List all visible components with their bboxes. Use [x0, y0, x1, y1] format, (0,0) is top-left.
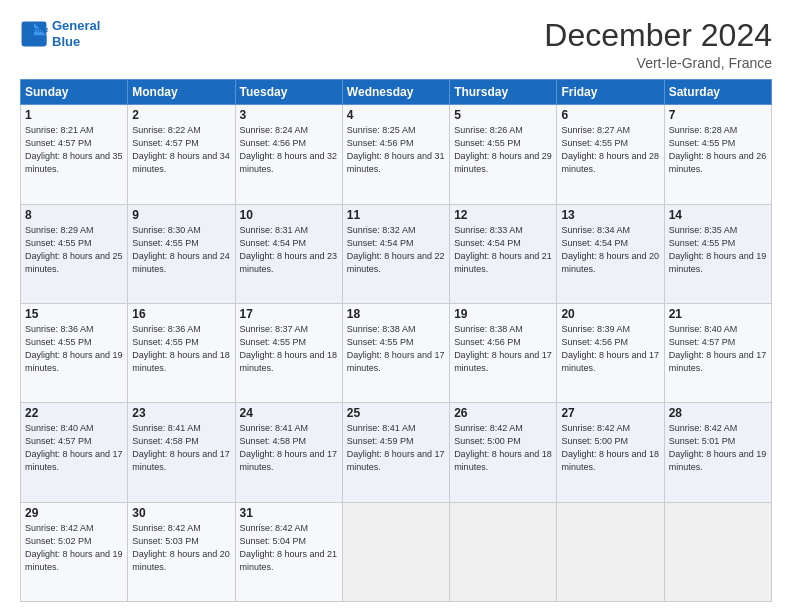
day-number: 8: [25, 208, 123, 222]
calendar-cell: 1Sunrise: 8:21 AMSunset: 4:57 PMDaylight…: [21, 105, 128, 204]
day-info: Sunrise: 8:33 AMSunset: 4:54 PMDaylight:…: [454, 224, 552, 276]
calendar-header-row: SundayMondayTuesdayWednesdayThursdayFrid…: [21, 80, 772, 105]
calendar-cell: 29Sunrise: 8:42 AMSunset: 5:02 PMDayligh…: [21, 502, 128, 601]
day-info: Sunrise: 8:21 AMSunset: 4:57 PMDaylight:…: [25, 124, 123, 176]
calendar-cell: 28Sunrise: 8:42 AMSunset: 5:01 PMDayligh…: [664, 403, 771, 502]
calendar-table: SundayMondayTuesdayWednesdayThursdayFrid…: [20, 79, 772, 602]
calendar-cell: 30Sunrise: 8:42 AMSunset: 5:03 PMDayligh…: [128, 502, 235, 601]
logo-icon: General Blue: [20, 20, 48, 48]
calendar-cell: 2Sunrise: 8:22 AMSunset: 4:57 PMDaylight…: [128, 105, 235, 204]
day-info: Sunrise: 8:42 AMSunset: 5:02 PMDaylight:…: [25, 522, 123, 574]
calendar-cell: 4Sunrise: 8:25 AMSunset: 4:56 PMDaylight…: [342, 105, 449, 204]
calendar-week-row: 8Sunrise: 8:29 AMSunset: 4:55 PMDaylight…: [21, 204, 772, 303]
calendar-cell: 5Sunrise: 8:26 AMSunset: 4:55 PMDaylight…: [450, 105, 557, 204]
day-info: Sunrise: 8:22 AMSunset: 4:57 PMDaylight:…: [132, 124, 230, 176]
day-number: 12: [454, 208, 552, 222]
day-info: Sunrise: 8:30 AMSunset: 4:55 PMDaylight:…: [132, 224, 230, 276]
calendar-cell: 16Sunrise: 8:36 AMSunset: 4:55 PMDayligh…: [128, 303, 235, 402]
day-number: 31: [240, 506, 338, 520]
day-info: Sunrise: 8:34 AMSunset: 4:54 PMDaylight:…: [561, 224, 659, 276]
calendar-cell: 8Sunrise: 8:29 AMSunset: 4:55 PMDaylight…: [21, 204, 128, 303]
day-info: Sunrise: 8:42 AMSunset: 5:00 PMDaylight:…: [454, 422, 552, 474]
calendar-cell: 21Sunrise: 8:40 AMSunset: 4:57 PMDayligh…: [664, 303, 771, 402]
day-number: 25: [347, 406, 445, 420]
calendar-cell: 13Sunrise: 8:34 AMSunset: 4:54 PMDayligh…: [557, 204, 664, 303]
calendar-cell: 7Sunrise: 8:28 AMSunset: 4:55 PMDaylight…: [664, 105, 771, 204]
calendar-cell: 14Sunrise: 8:35 AMSunset: 4:55 PMDayligh…: [664, 204, 771, 303]
day-info: Sunrise: 8:38 AMSunset: 4:56 PMDaylight:…: [454, 323, 552, 375]
logo: General Blue General Blue: [20, 18, 100, 49]
calendar-week-row: 22Sunrise: 8:40 AMSunset: 4:57 PMDayligh…: [21, 403, 772, 502]
day-number: 28: [669, 406, 767, 420]
day-number: 26: [454, 406, 552, 420]
day-info: Sunrise: 8:28 AMSunset: 4:55 PMDaylight:…: [669, 124, 767, 176]
col-header-tuesday: Tuesday: [235, 80, 342, 105]
col-header-thursday: Thursday: [450, 80, 557, 105]
calendar-cell: 27Sunrise: 8:42 AMSunset: 5:00 PMDayligh…: [557, 403, 664, 502]
calendar-cell: 15Sunrise: 8:36 AMSunset: 4:55 PMDayligh…: [21, 303, 128, 402]
day-info: Sunrise: 8:24 AMSunset: 4:56 PMDaylight:…: [240, 124, 338, 176]
day-number: 16: [132, 307, 230, 321]
day-number: 15: [25, 307, 123, 321]
day-number: 30: [132, 506, 230, 520]
calendar-week-row: 1Sunrise: 8:21 AMSunset: 4:57 PMDaylight…: [21, 105, 772, 204]
day-info: Sunrise: 8:27 AMSunset: 4:55 PMDaylight:…: [561, 124, 659, 176]
svg-text:General: General: [23, 25, 48, 34]
day-info: Sunrise: 8:40 AMSunset: 4:57 PMDaylight:…: [25, 422, 123, 474]
subtitle: Vert-le-Grand, France: [544, 55, 772, 71]
day-number: 23: [132, 406, 230, 420]
calendar-cell: [450, 502, 557, 601]
calendar-cell: 12Sunrise: 8:33 AMSunset: 4:54 PMDayligh…: [450, 204, 557, 303]
calendar-cell: [664, 502, 771, 601]
day-info: Sunrise: 8:32 AMSunset: 4:54 PMDaylight:…: [347, 224, 445, 276]
day-number: 7: [669, 108, 767, 122]
day-number: 24: [240, 406, 338, 420]
day-number: 14: [669, 208, 767, 222]
day-number: 9: [132, 208, 230, 222]
day-number: 6: [561, 108, 659, 122]
day-number: 10: [240, 208, 338, 222]
day-number: 29: [25, 506, 123, 520]
day-number: 21: [669, 307, 767, 321]
day-number: 1: [25, 108, 123, 122]
calendar-cell: 20Sunrise: 8:39 AMSunset: 4:56 PMDayligh…: [557, 303, 664, 402]
calendar-week-row: 29Sunrise: 8:42 AMSunset: 5:02 PMDayligh…: [21, 502, 772, 601]
day-info: Sunrise: 8:39 AMSunset: 4:56 PMDaylight:…: [561, 323, 659, 375]
day-info: Sunrise: 8:26 AMSunset: 4:55 PMDaylight:…: [454, 124, 552, 176]
calendar-cell: 10Sunrise: 8:31 AMSunset: 4:54 PMDayligh…: [235, 204, 342, 303]
day-number: 11: [347, 208, 445, 222]
calendar-cell: [342, 502, 449, 601]
logo-general: General: [52, 18, 100, 34]
main-title: December 2024: [544, 18, 772, 53]
col-header-sunday: Sunday: [21, 80, 128, 105]
calendar-cell: 23Sunrise: 8:41 AMSunset: 4:58 PMDayligh…: [128, 403, 235, 502]
day-info: Sunrise: 8:41 AMSunset: 4:59 PMDaylight:…: [347, 422, 445, 474]
day-info: Sunrise: 8:42 AMSunset: 5:04 PMDaylight:…: [240, 522, 338, 574]
col-header-wednesday: Wednesday: [342, 80, 449, 105]
title-block: December 2024 Vert-le-Grand, France: [544, 18, 772, 71]
col-header-friday: Friday: [557, 80, 664, 105]
svg-text:Blue: Blue: [23, 34, 41, 43]
calendar-cell: 25Sunrise: 8:41 AMSunset: 4:59 PMDayligh…: [342, 403, 449, 502]
calendar-cell: 6Sunrise: 8:27 AMSunset: 4:55 PMDaylight…: [557, 105, 664, 204]
day-number: 22: [25, 406, 123, 420]
day-number: 4: [347, 108, 445, 122]
day-info: Sunrise: 8:25 AMSunset: 4:56 PMDaylight:…: [347, 124, 445, 176]
day-number: 2: [132, 108, 230, 122]
day-info: Sunrise: 8:36 AMSunset: 4:55 PMDaylight:…: [25, 323, 123, 375]
day-info: Sunrise: 8:42 AMSunset: 5:00 PMDaylight:…: [561, 422, 659, 474]
day-info: Sunrise: 8:37 AMSunset: 4:55 PMDaylight:…: [240, 323, 338, 375]
calendar-cell: 26Sunrise: 8:42 AMSunset: 5:00 PMDayligh…: [450, 403, 557, 502]
col-header-saturday: Saturday: [664, 80, 771, 105]
calendar-week-row: 15Sunrise: 8:36 AMSunset: 4:55 PMDayligh…: [21, 303, 772, 402]
day-info: Sunrise: 8:41 AMSunset: 4:58 PMDaylight:…: [132, 422, 230, 474]
day-info: Sunrise: 8:41 AMSunset: 4:58 PMDaylight:…: [240, 422, 338, 474]
calendar-cell: 9Sunrise: 8:30 AMSunset: 4:55 PMDaylight…: [128, 204, 235, 303]
calendar-cell: 3Sunrise: 8:24 AMSunset: 4:56 PMDaylight…: [235, 105, 342, 204]
day-info: Sunrise: 8:42 AMSunset: 5:01 PMDaylight:…: [669, 422, 767, 474]
day-info: Sunrise: 8:38 AMSunset: 4:55 PMDaylight:…: [347, 323, 445, 375]
day-info: Sunrise: 8:36 AMSunset: 4:55 PMDaylight:…: [132, 323, 230, 375]
day-number: 27: [561, 406, 659, 420]
calendar-cell: 18Sunrise: 8:38 AMSunset: 4:55 PMDayligh…: [342, 303, 449, 402]
day-number: 19: [454, 307, 552, 321]
